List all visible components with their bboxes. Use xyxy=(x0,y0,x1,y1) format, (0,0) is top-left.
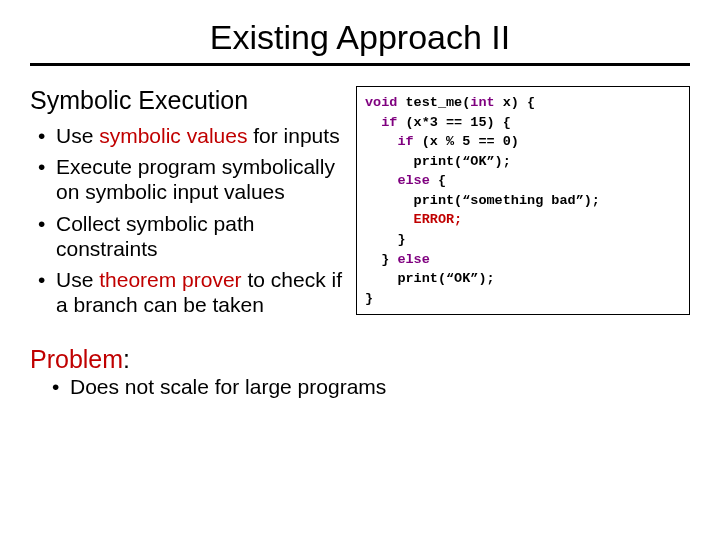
bullet-text: Collect symbolic path constraints xyxy=(56,211,350,261)
bullet-text: Does not scale for large programs xyxy=(70,374,690,399)
code-kw: if xyxy=(365,134,414,149)
code-text: print(“OK”); xyxy=(365,271,495,286)
text: Use xyxy=(56,124,99,147)
text: Use xyxy=(56,268,99,291)
left-column: Symbolic Execution • Use symbolic values… xyxy=(30,86,356,323)
bullet-item: • Does not scale for large programs xyxy=(52,374,690,399)
code-error: ERROR; xyxy=(365,212,462,227)
problem-list: • Does not scale for large programs xyxy=(30,374,690,399)
section-subhead: Symbolic Execution xyxy=(30,86,350,115)
code-kw: if xyxy=(365,115,397,130)
problem-word: Problem xyxy=(30,345,123,373)
problem-heading: Problem: xyxy=(30,345,690,374)
content-row: Symbolic Execution • Use symbolic values… xyxy=(30,86,690,323)
code-kw: else xyxy=(365,173,430,188)
code-text: } xyxy=(365,252,397,267)
bullet-list: • Use symbolic values for inputs • Execu… xyxy=(30,123,350,317)
code-kw: else xyxy=(397,252,429,267)
code-text: } xyxy=(365,291,373,306)
colon: : xyxy=(123,345,130,373)
bullet-item: • Use symbolic values for inputs xyxy=(38,123,350,148)
bullet-item: • Use theorem prover to check if a branc… xyxy=(38,267,350,317)
code-text: x) { xyxy=(495,95,536,110)
problem-block: Problem: • Does not scale for large prog… xyxy=(30,345,690,399)
code-text: test_me( xyxy=(397,95,470,110)
bullet-text: Use theorem prover to check if a branch … xyxy=(56,267,350,317)
bullet-text: Use symbolic values for inputs xyxy=(56,123,350,148)
code-kw: void xyxy=(365,95,397,110)
bullet-item: • Execute program symbolically on symbol… xyxy=(38,154,350,204)
bullet-text: Execute program symbolically on symbolic… xyxy=(56,154,350,204)
code-text: print(“something bad”); xyxy=(365,193,600,208)
bullet-dot: • xyxy=(38,267,56,317)
slide: Existing Approach II Symbolic Execution … xyxy=(0,0,720,426)
keyword: symbolic values xyxy=(99,124,247,147)
slide-title: Existing Approach II xyxy=(30,18,690,57)
code-text: print(“OK”); xyxy=(365,154,511,169)
bullet-dot: • xyxy=(38,123,56,148)
code-box: void test_me(int x) { if (x*3 == 15) { i… xyxy=(356,86,690,315)
bullet-dot: • xyxy=(38,211,56,261)
code-text: { xyxy=(430,173,446,188)
right-column: void test_me(int x) { if (x*3 == 15) { i… xyxy=(356,86,690,315)
keyword: theorem prover xyxy=(99,268,241,291)
title-divider xyxy=(30,63,690,66)
text: for inputs xyxy=(247,124,339,147)
code-text: (x*3 == 15) { xyxy=(397,115,510,130)
bullet-dot: • xyxy=(38,154,56,204)
code-text: } xyxy=(365,232,406,247)
code-text: (x % 5 == 0) xyxy=(414,134,519,149)
bullet-dot: • xyxy=(52,374,70,399)
bullet-item: • Collect symbolic path constraints xyxy=(38,211,350,261)
code-kw: int xyxy=(470,95,494,110)
